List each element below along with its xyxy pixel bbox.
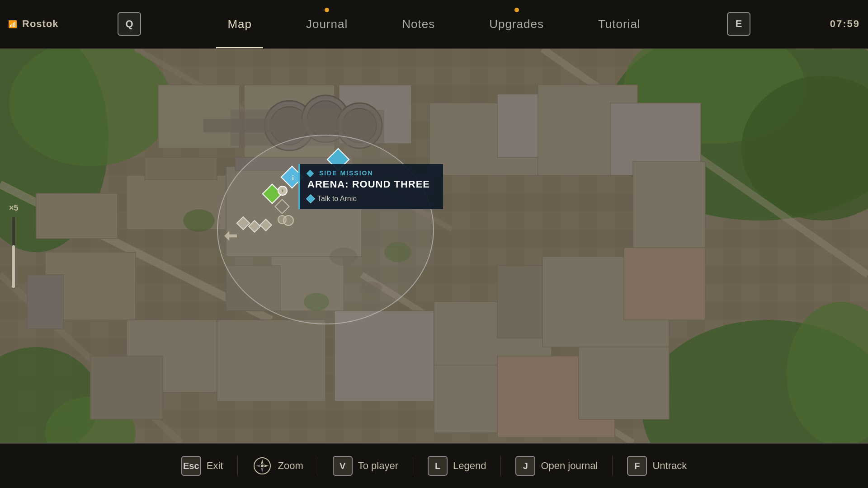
objective-diamond	[306, 194, 315, 203]
map-svg	[0, 49, 868, 443]
e-key-button[interactable]: E	[727, 12, 750, 36]
svg-marker-63	[255, 465, 261, 467]
svg-point-65	[261, 465, 264, 467]
mission-circle	[217, 135, 434, 324]
map-background: ×5 i +	[0, 49, 868, 443]
journal-dot	[325, 8, 329, 12]
f-key[interactable]: F	[627, 456, 647, 476]
q-key-button[interactable]: Q	[118, 12, 141, 36]
zoom-label: ×5	[9, 203, 19, 213]
to-player-label: To player	[358, 460, 398, 472]
svg-rect-32	[36, 193, 118, 239]
location-name: 📶 Rostok	[8, 18, 59, 30]
svg-rect-43	[633, 162, 705, 252]
svg-rect-46	[217, 320, 326, 401]
zoom-label-bottom: Zoom	[278, 460, 303, 472]
tab-journal[interactable]: Journal	[279, 0, 375, 48]
mission-objective: Talk to Arnie	[307, 195, 435, 203]
l-key[interactable]: L	[428, 456, 448, 476]
upgrades-dot	[514, 8, 519, 12]
zoom-icon	[252, 456, 272, 476]
svg-rect-19	[158, 85, 240, 148]
action-open-journal[interactable]: J Open journal	[501, 456, 613, 476]
tab-tutorial[interactable]: Tutorial	[571, 0, 668, 48]
action-zoom[interactable]: Zoom	[238, 456, 318, 476]
zoom-bar	[12, 216, 15, 289]
tab-map[interactable]: Map	[200, 0, 279, 48]
zoom-indicator: ×5	[9, 203, 19, 289]
zoom-fill	[12, 245, 15, 288]
svg-marker-64	[264, 465, 269, 467]
action-exit[interactable]: Esc Exit	[167, 456, 238, 476]
open-journal-label: Open journal	[541, 460, 598, 472]
mission-name: ARENA: ROUND THREE	[307, 178, 435, 190]
tab-notes[interactable]: Notes	[375, 0, 462, 48]
svg-marker-61	[261, 459, 264, 465]
bottombar: Esc Exit Zoom V To player L Le	[0, 443, 868, 488]
marker-arrow[interactable]	[224, 231, 237, 241]
objective-marker[interactable]	[277, 201, 288, 212]
mission-marker-secondary[interactable]: +	[278, 186, 288, 196]
svg-rect-51	[624, 248, 705, 320]
exit-label: Exit	[207, 460, 223, 472]
action-untrack[interactable]: F Untrack	[613, 456, 701, 476]
marker-white-circle[interactable]	[278, 215, 287, 224]
mission-tooltip[interactable]: SIDE MISSION ARENA: ROUND THREE Talk to …	[298, 164, 443, 209]
svg-rect-31	[145, 157, 217, 180]
j-key[interactable]: J	[515, 456, 535, 476]
svg-rect-34	[27, 275, 63, 329]
legend-label: Legend	[453, 460, 486, 472]
zoom-icon-svg	[253, 456, 272, 475]
svg-marker-62	[261, 467, 264, 473]
signal-icon: 📶	[8, 20, 18, 28]
untrack-label: Untrack	[652, 460, 687, 472]
marker-small-1[interactable]	[238, 218, 248, 228]
svg-point-57	[183, 209, 215, 232]
action-to-player[interactable]: V To player	[318, 456, 413, 476]
clock: 07:59	[830, 18, 860, 30]
mission-type: SIDE MISSION	[307, 169, 435, 177]
topbar: 📶 Rostok Q Map Journal Notes Upgrades Tu…	[0, 0, 868, 49]
marker-small-2[interactable]	[250, 222, 259, 231]
marker-small-3[interactable]	[261, 221, 270, 230]
svg-rect-54	[579, 347, 669, 419]
svg-rect-47	[335, 311, 434, 401]
esc-key[interactable]: Esc	[181, 456, 201, 476]
v-key[interactable]: V	[333, 456, 353, 476]
action-legend[interactable]: L Legend	[413, 456, 501, 476]
map-area[interactable]: ×5 i +	[0, 49, 868, 443]
tab-upgrades[interactable]: Upgrades	[462, 0, 571, 48]
svg-rect-45	[90, 356, 163, 419]
